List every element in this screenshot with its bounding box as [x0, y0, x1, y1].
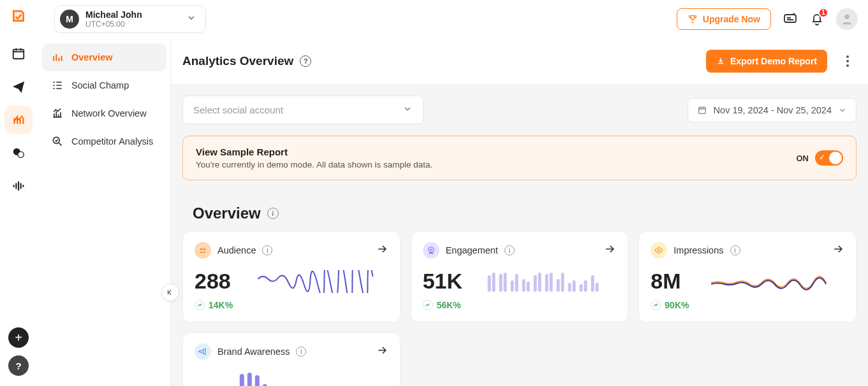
card-brand-awareness[interactable]: Brand Awareness i — [182, 332, 401, 386]
subnav-item-label: Social Champ — [71, 80, 129, 90]
svg-rect-26 — [580, 284, 583, 292]
svg-rect-18 — [534, 275, 537, 292]
nav-analytics[interactable] — [4, 106, 33, 134]
add-button[interactable]: + — [8, 327, 29, 348]
svg-rect-19 — [538, 273, 541, 292]
card-metric: 51K — [423, 269, 462, 294]
trend-up-icon — [195, 300, 205, 310]
chevron-down-icon — [838, 106, 847, 115]
download-icon — [716, 57, 725, 66]
sparkline — [693, 270, 844, 293]
card-impressions[interactable]: Impressions i 8M — [638, 231, 857, 322]
svg-rect-31 — [240, 374, 244, 386]
nav-engage[interactable] — [4, 139, 33, 167]
trend-up-icon — [423, 300, 433, 310]
nav-calendar[interactable] — [4, 39, 33, 68]
icon-rail: + ? — [0, 0, 37, 386]
subnav-item-label: Competitor Analysis — [71, 136, 153, 147]
card-trend: 90K% — [651, 300, 844, 310]
subnav-competitor-analysis[interactable]: Competitor Analysis — [42, 127, 166, 155]
svg-rect-10 — [488, 275, 491, 292]
engagement-icon — [423, 242, 439, 259]
export-report-button[interactable]: Export Demo Report — [706, 50, 827, 73]
arrow-right-icon — [603, 243, 616, 258]
main-content: Analytics Overview ? Export Demo Report … — [171, 38, 868, 386]
chevron-down-icon — [186, 13, 196, 25]
svg-point-5 — [53, 137, 59, 143]
trophy-icon — [688, 14, 698, 24]
card-audience[interactable]: Audience i 288 14K% — [182, 231, 401, 322]
svg-rect-15 — [515, 274, 519, 292]
date-range-picker[interactable]: Nov 19, 2024 - Nov 25, 2024 — [688, 98, 857, 122]
export-label: Export Demo Report — [730, 56, 817, 66]
more-menu-icon[interactable] — [840, 55, 855, 67]
banner-subtitle: You're currently in demo mode. All data … — [196, 160, 432, 169]
trend-up-icon — [651, 300, 661, 310]
svg-rect-20 — [545, 274, 548, 292]
card-trend: 56K% — [423, 300, 617, 310]
card-trend: 14K% — [195, 300, 388, 310]
svg-rect-23 — [561, 273, 564, 292]
sample-report-banner: View Sample Report You're currently in d… — [182, 136, 857, 180]
banner-title: View Sample Report — [196, 147, 432, 157]
svg-rect-27 — [584, 280, 587, 292]
analysis-icon — [51, 135, 64, 148]
nav-send[interactable] — [4, 73, 33, 101]
chevron-down-icon — [402, 104, 413, 116]
arrow-right-icon — [832, 243, 844, 258]
card-engagement[interactable]: Engagement i 51K — [411, 231, 629, 322]
collapse-subnav-button[interactable] — [161, 283, 179, 301]
arrow-right-icon — [376, 344, 388, 359]
filter-bar: Select social account Nov 19, 2024 - Nov… — [182, 96, 857, 124]
info-icon[interactable]: i — [504, 245, 515, 255]
upgrade-label: Upgrade Now — [703, 14, 760, 24]
account-selector[interactable]: M Micheal John UTC+05:00 — [54, 5, 206, 33]
main-header: Analytics Overview ? Export Demo Report — [171, 38, 868, 84]
megaphone-icon — [195, 343, 211, 360]
card-label: Impressions — [673, 245, 723, 255]
select-account-dropdown[interactable]: Select social account — [182, 96, 423, 124]
card-metric: 8M — [651, 269, 680, 294]
notification-badge: 1 — [818, 8, 828, 18]
trend-value: 90K% — [665, 300, 689, 310]
info-icon[interactable]: i — [730, 245, 740, 255]
overview-cards: Audience i 288 14K% — [182, 231, 857, 322]
svg-rect-0 — [13, 50, 24, 59]
card-metric: 288 — [195, 269, 231, 294]
svg-rect-3 — [784, 15, 796, 22]
svg-rect-24 — [568, 283, 571, 292]
subnav-network-overview[interactable]: Network Overview — [42, 99, 166, 127]
info-icon[interactable]: i — [296, 347, 306, 357]
list-icon — [51, 79, 64, 92]
app-logo — [10, 8, 27, 24]
user-avatar[interactable] — [836, 8, 858, 30]
subnav-overview[interactable]: Overview — [42, 43, 166, 71]
check-icon: ✓ — [819, 153, 825, 162]
sample-report-toggle[interactable]: ✓ — [815, 150, 843, 166]
info-icon[interactable]: i — [262, 245, 272, 255]
select-account-placeholder: Select social account — [193, 104, 283, 115]
svg-rect-21 — [550, 273, 553, 292]
subnav-social-champ[interactable]: Social Champ — [42, 71, 166, 99]
svg-rect-17 — [527, 282, 530, 292]
svg-rect-29 — [596, 283, 599, 292]
nav-audio[interactable] — [4, 172, 33, 200]
account-timezone: UTC+05:00 — [85, 20, 142, 29]
help-button[interactable]: ? — [8, 355, 29, 376]
title-help-icon[interactable]: ? — [300, 55, 311, 67]
section-info-icon[interactable]: i — [267, 208, 279, 219]
subnav-item-label: Network Overview — [71, 108, 147, 118]
trend-value: 56K% — [437, 300, 461, 310]
svg-rect-25 — [573, 280, 576, 292]
feedback-icon[interactable] — [783, 11, 798, 27]
date-range-label: Nov 19, 2024 - Nov 25, 2024 — [714, 105, 832, 115]
notifications-icon[interactable]: 1 — [809, 11, 825, 27]
svg-rect-32 — [247, 373, 252, 386]
svg-rect-11 — [492, 273, 496, 292]
svg-point-4 — [844, 14, 849, 18]
topbar: M Micheal John UTC+05:00 Upgrade Now 1 — [37, 0, 868, 38]
audience-icon — [195, 242, 211, 259]
svg-point-7 — [200, 248, 203, 251]
upgrade-button[interactable]: Upgrade Now — [677, 8, 771, 30]
svg-rect-13 — [504, 273, 507, 292]
